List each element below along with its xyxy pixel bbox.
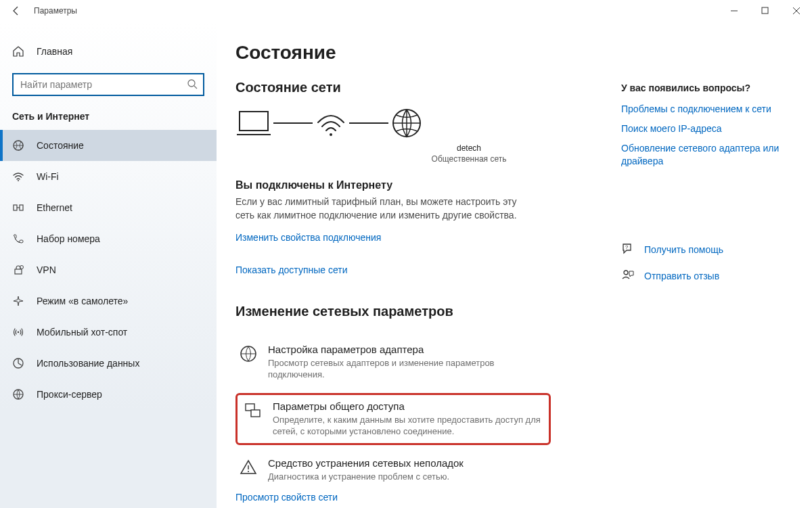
- content: Состояние Состояние сети de: [235, 42, 614, 508]
- sidebar-item-datausage[interactable]: Использование данных: [0, 348, 217, 379]
- sidebar-item-label: VPN: [37, 264, 56, 275]
- proxy-icon: [12, 388, 24, 400]
- sidebar-home-label: Главная: [37, 46, 72, 57]
- setting-title: Средство устранения сетевых неполадок: [268, 457, 464, 469]
- sidebar-item-label: Режим «в самолете»: [37, 296, 128, 306]
- change-settings-heading: Изменение сетевых параметров: [235, 304, 614, 319]
- network-name: detech: [323, 143, 614, 154]
- airplane-icon: [12, 295, 24, 307]
- setting-troubleshoot[interactable]: Средство устранения сетевых неполадок Ди…: [235, 452, 541, 488]
- sidebar-item-label: Состояние: [37, 140, 84, 151]
- sidebar-item-proxy[interactable]: Прокси-сервер: [0, 379, 217, 410]
- sidebar-item-label: Мобильный хот-спот: [37, 327, 127, 338]
- sidebar-item-label: Прокси-сервер: [37, 389, 102, 400]
- troubleshoot-icon: [240, 457, 258, 483]
- svg-rect-20: [251, 410, 260, 417]
- connector-line: [273, 122, 313, 124]
- sidebar-item-label: Ethernet: [37, 202, 72, 213]
- back-button[interactable]: [5, 0, 27, 22]
- svg-point-11: [18, 331, 20, 333]
- sidebar: Главная Сеть и Интернет Состояние Wi-Fi …: [0, 22, 217, 508]
- sidebar-item-ethernet[interactable]: Ethernet: [0, 192, 217, 223]
- right-panel: У вас появились вопросы? Проблемы с подк…: [614, 42, 797, 508]
- faq-link-ip[interactable]: Поиск моего IP-адреса: [621, 122, 797, 135]
- status-icon: [12, 139, 24, 152]
- sharing-icon: [244, 400, 263, 438]
- network-diagram: [237, 108, 614, 139]
- svg-rect-9: [15, 269, 22, 274]
- connected-desc: Если у вас лимитный тарифный план, вы мо…: [235, 195, 526, 222]
- wifi-icon: [12, 170, 24, 183]
- get-help[interactable]: ? Получить помощь: [621, 242, 797, 258]
- feedback-link[interactable]: Отправить отзыв: [644, 270, 719, 283]
- questions-heading: У вас появились вопросы?: [621, 83, 797, 93]
- sidebar-item-hotspot[interactable]: Мобильный хот-спот: [0, 317, 217, 348]
- sidebar-item-dialup[interactable]: Набор номера: [0, 223, 217, 254]
- sidebar-category: Сеть и Интернет: [0, 111, 217, 130]
- dialup-icon: [12, 233, 24, 245]
- link-network-properties[interactable]: Просмотр свойств сети: [235, 492, 614, 503]
- search-input[interactable]: [19, 78, 187, 91]
- datausage-icon: [12, 357, 24, 369]
- vpn-icon: [12, 264, 24, 276]
- help-link[interactable]: Получить помощь: [644, 244, 723, 256]
- close-button[interactable]: [781, 0, 812, 22]
- sidebar-item-wifi[interactable]: Wi-Fi: [0, 161, 217, 192]
- sidebar-item-label: Использование данных: [37, 358, 139, 369]
- svg-point-24: [624, 271, 628, 275]
- network-type: Общественная сеть: [323, 154, 614, 164]
- link-available-networks[interactable]: Показать доступные сети: [235, 264, 614, 275]
- svg-rect-14: [240, 112, 268, 131]
- svg-point-16: [330, 133, 332, 136]
- adapter-icon: [240, 344, 258, 381]
- svg-point-22: [248, 471, 249, 472]
- setting-desc: Диагностика и устранение проблем с сетью…: [268, 471, 464, 483]
- link-change-properties[interactable]: Изменить свойства подключения: [235, 232, 614, 243]
- search-input-wrapper[interactable]: [12, 73, 204, 96]
- svg-point-5: [18, 180, 19, 181]
- svg-rect-6: [14, 205, 17, 210]
- faq-link-driver[interactable]: Обновление сетевого адаптера или драйвер…: [621, 142, 797, 168]
- search-icon: [187, 78, 198, 91]
- svg-point-2: [188, 80, 195, 87]
- setting-title: Параметры общего доступа: [273, 400, 542, 412]
- feedback-icon: [621, 269, 635, 284]
- setting-sharing-options[interactable]: Параметры общего доступа Определите, к к…: [235, 393, 551, 445]
- sidebar-item-status[interactable]: Состояние: [0, 130, 217, 161]
- faq-link-connection[interactable]: Проблемы с подключением к сети: [621, 103, 797, 116]
- status-heading: Состояние сети: [235, 80, 614, 95]
- help-icon: ?: [621, 242, 635, 258]
- setting-title: Настройка параметров адаптера: [268, 344, 537, 355]
- sidebar-home[interactable]: Главная: [0, 38, 217, 65]
- connector-line: [349, 122, 388, 124]
- send-feedback[interactable]: Отправить отзыв: [621, 269, 797, 284]
- svg-rect-1: [762, 7, 768, 14]
- maximize-button[interactable]: [750, 0, 781, 22]
- sidebar-item-vpn[interactable]: VPN: [0, 254, 217, 285]
- svg-line-3: [194, 86, 197, 89]
- ethernet-icon: [12, 202, 24, 214]
- sidebar-item-airplane[interactable]: Режим «в самолете»: [0, 285, 217, 317]
- setting-desc: Определите, к каким данным вы хотите пре…: [273, 414, 542, 438]
- page-title: Состояние: [235, 42, 614, 64]
- wifi-router-icon: [315, 109, 346, 137]
- minimize-button[interactable]: [719, 0, 750, 22]
- setting-desc: Просмотр сетевых адаптеров и изменение п…: [268, 357, 537, 381]
- svg-text:?: ?: [625, 244, 629, 250]
- svg-rect-7: [20, 205, 23, 210]
- window-title: Параметры: [34, 6, 77, 16]
- connected-heading: Вы подключены к Интернету: [235, 179, 614, 191]
- setting-adapter-options[interactable]: Настройка параметров адаптера Просмотр с…: [235, 338, 541, 386]
- globe-icon: [391, 108, 422, 139]
- sidebar-item-label: Wi-Fi: [37, 171, 59, 182]
- hotspot-icon: [12, 326, 24, 338]
- sidebar-item-label: Набор номера: [37, 233, 100, 244]
- home-icon: [12, 45, 24, 57]
- computer-icon: [237, 109, 271, 137]
- titlebar: Параметры: [0, 0, 812, 22]
